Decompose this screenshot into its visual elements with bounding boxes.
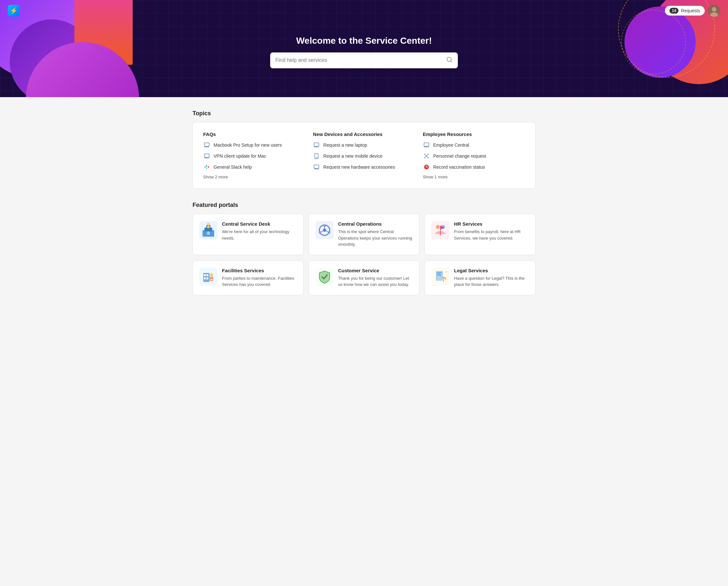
logo-icon[interactable]: ⚡ — [8, 5, 19, 17]
portal-card-customer[interactable]: Customer Service Thank you for being our… — [309, 260, 420, 295]
hr-name: HR Services — [454, 221, 529, 227]
requests-count: 14 — [670, 8, 678, 14]
central-ops-info: Central Operations This is the spot wher… — [338, 221, 413, 248]
hero-content: Welcome to the Service Center! — [0, 35, 728, 68]
svg-rect-51 — [206, 274, 208, 276]
legal-icon — [431, 268, 449, 286]
svg-point-38 — [328, 231, 330, 234]
facilities-name: Facilities Services — [222, 268, 297, 273]
svg-rect-11 — [208, 166, 209, 168]
employee-show-more[interactable]: Show 1 more — [423, 174, 525, 179]
central-ops-desc: This is the spot where Central Operation… — [338, 228, 413, 248]
topics-section: Topics FAQs Macbook Pro Setup for new us… — [192, 110, 536, 189]
svg-point-21 — [425, 155, 427, 157]
central-service-info: Central Service Desk We're here for all … — [222, 221, 297, 241]
faq-item-macbook[interactable]: Macbook Pro Setup for new users — [203, 142, 305, 149]
svg-rect-19 — [424, 143, 429, 146]
facilities-info: Facilities Services From parties to main… — [222, 268, 297, 288]
employee-central-label: Employee Central — [433, 143, 469, 148]
central-service-desc: We're here for all of your technology ne… — [222, 228, 297, 241]
portal-card-central-ops[interactable]: Central Operations This is the spot wher… — [309, 214, 420, 255]
topics-section-title: Topics — [192, 110, 536, 117]
featured-portals-title: Featured portals — [192, 202, 536, 209]
personnel-icon — [423, 152, 430, 160]
legal-name: Legal Services — [454, 268, 529, 273]
svg-point-67 — [440, 278, 443, 280]
portal-card-facilities[interactable]: Facilities Services From parties to main… — [192, 260, 304, 295]
topic-column-employee: Employee Resources Employee Central — [423, 131, 525, 179]
svg-point-22 — [424, 154, 425, 155]
svg-rect-64 — [437, 275, 441, 275]
macbook-icon — [203, 142, 210, 149]
search-input[interactable] — [275, 57, 446, 63]
customer-desc: Thank you for being our customer! Let us… — [338, 275, 413, 288]
portal-card-central-service[interactable]: Central Service Desk We're here for all … — [192, 214, 304, 255]
vpn-icon — [203, 152, 210, 160]
requests-label: Requests — [681, 8, 700, 13]
svg-point-16 — [316, 158, 317, 158]
employee-item-personnel[interactable]: Personnel change request — [423, 152, 525, 160]
search-icon — [446, 56, 453, 65]
hr-desc: From benefits to payroll, here at HR Ser… — [454, 228, 529, 241]
topic-column-devices: New Devices and Accessories Request a ne… — [313, 131, 415, 179]
requests-badge[interactable]: 14 Requests — [665, 6, 705, 16]
nav-right: 14 Requests — [665, 4, 720, 17]
svg-point-54 — [210, 273, 213, 276]
device-item-hardware[interactable]: Request new hardware accessories — [313, 164, 415, 171]
svg-rect-5 — [205, 143, 209, 146]
central-service-icon — [199, 221, 217, 239]
device-laptop-label: Request a new laptop — [323, 143, 367, 148]
svg-point-25 — [427, 157, 428, 158]
hr-info: HR Services From benefits to payroll, he… — [454, 221, 529, 241]
svg-rect-13 — [314, 143, 319, 146]
employee-heading: Employee Resources — [423, 131, 525, 137]
facilities-icon — [199, 268, 217, 286]
faqs-show-more[interactable]: Show 2 more — [203, 174, 305, 179]
faq-item-vpn[interactable]: VPN client update for Mac — [203, 152, 305, 160]
central-service-name: Central Service Desk — [222, 221, 297, 227]
hero-title: Welcome to the Service Center! — [6, 35, 722, 46]
faq-macbook-label: Macbook Pro Setup for new users — [213, 143, 282, 148]
customer-icon — [315, 268, 334, 286]
portal-card-legal[interactable]: Legal Services Have a question for Legal… — [424, 260, 536, 295]
employee-item-vaccination[interactable]: Record vaccination status — [423, 164, 525, 171]
vaccination-label: Record vaccination status — [433, 165, 485, 170]
employee-item-central[interactable]: Employee Central — [423, 142, 525, 149]
svg-point-24 — [424, 157, 425, 158]
legal-info: Legal Services Have a question for Legal… — [454, 268, 529, 288]
svg-rect-53 — [206, 277, 208, 279]
central-ops-icon — [315, 221, 334, 239]
svg-point-37 — [319, 231, 321, 234]
faq-vpn-label: VPN client update for Mac — [213, 153, 266, 158]
svg-rect-9 — [205, 166, 205, 168]
svg-rect-12 — [206, 167, 207, 169]
faq-item-slack[interactable]: General Slack help — [203, 164, 305, 171]
svg-point-23 — [427, 154, 428, 155]
device-item-laptop[interactable]: Request a new laptop — [313, 142, 415, 149]
svg-point-44 — [436, 225, 440, 229]
portal-card-hr[interactable]: HR Services From benefits to payroll, he… — [424, 214, 536, 255]
search-bar[interactable] — [270, 52, 458, 68]
featured-portals-section: Featured portals — [192, 202, 536, 295]
mobile-icon — [313, 152, 320, 160]
svg-line-4 — [451, 60, 452, 62]
portals-grid: Central Service Desk We're here for all … — [192, 214, 536, 295]
devices-heading: New Devices and Accessories — [313, 131, 415, 137]
slack-icon — [203, 164, 210, 171]
device-hardware-label: Request new hardware accessories — [323, 165, 395, 170]
personnel-label: Personnel change request — [433, 153, 486, 158]
svg-point-39 — [323, 228, 326, 232]
hardware-icon — [313, 164, 320, 171]
avatar[interactable] — [708, 4, 720, 17]
vaccination-icon — [423, 164, 430, 171]
hero-section: ⚡ 14 Requests Welcome to the Service Cen… — [0, 0, 728, 97]
top-nav: ⚡ 14 Requests — [0, 0, 728, 21]
faq-slack-label: General Slack help — [213, 165, 252, 170]
faqs-heading: FAQs — [203, 131, 305, 137]
device-mobile-label: Request a new mobile device — [323, 153, 383, 158]
hr-icon — [431, 221, 449, 239]
main-content: Topics FAQs Macbook Pro Setup for new us… — [186, 97, 542, 308]
svg-point-36 — [323, 224, 326, 227]
svg-rect-50 — [204, 274, 206, 276]
device-item-mobile[interactable]: Request a new mobile device — [313, 152, 415, 160]
